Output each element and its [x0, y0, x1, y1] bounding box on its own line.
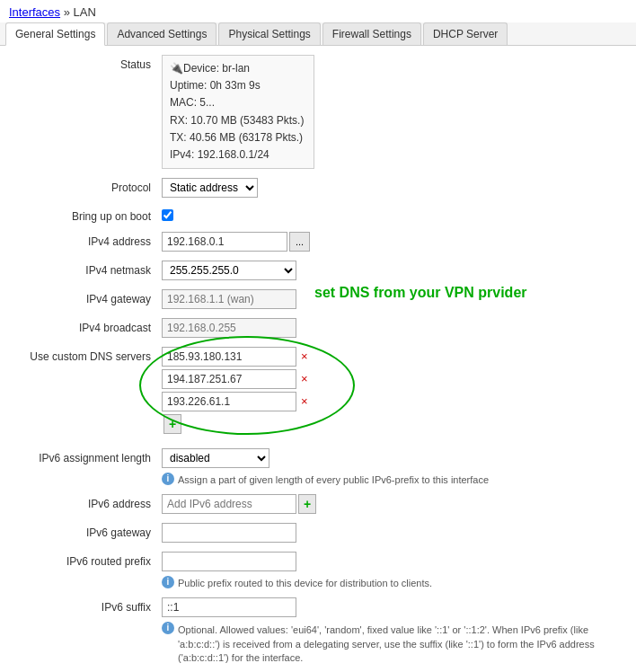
ipv4-netmask-label: IPv4 netmask [18, 261, 162, 277]
ipv4-broadcast-field [162, 318, 296, 338]
main-content: Status 🔌Device: br-lan Uptime: 0h 33m 9s… [0, 46, 636, 672]
ipv4-gateway-label: IPv4 gateway [18, 289, 162, 305]
ipv6-address-row: IPv6 address + [18, 494, 618, 514]
protocol-row: Protocol Static address [18, 178, 618, 198]
ipv6-routed-field [162, 552, 296, 571]
ipv4-netmask-select[interactable]: 255.255.255.0 [162, 261, 296, 280]
ipv6-suffix-row: IPv6 suffix i Optional. Allowed values: … [18, 597, 618, 665]
ipv4-gateway-row: IPv4 gateway set DNS from your VPN prvid… [18, 289, 618, 309]
ipv6-address-label: IPv6 address [18, 494, 162, 510]
mac-text: MAC: 5... [170, 94, 306, 111]
dns-remove-2-button[interactable]: × [298, 369, 311, 389]
ipv4-broadcast-label: IPv4 broadcast [18, 318, 162, 334]
tab-bar: General Settings Advanced Settings Physi… [0, 22, 636, 46]
protocol-label: Protocol [18, 178, 162, 194]
ipv4-broadcast-row: IPv4 broadcast [18, 318, 618, 338]
dns-entry-1: × [162, 347, 311, 367]
status-label: Status [18, 55, 162, 71]
ipv6-routed-help: i Public prefix routed to this device fo… [162, 576, 432, 588]
dns-entry-3: × [162, 392, 311, 411]
dns-input-2[interactable] [162, 369, 296, 389]
ipv4-netmask-row: IPv4 netmask 255.255.255.0 [18, 261, 618, 280]
protocol-select[interactable]: Static address [162, 178, 258, 198]
ipv6-assignment-label: IPv6 assignment length [18, 448, 162, 464]
tx-text: TX: 40.56 MB (63178 Pkts.) [170, 129, 306, 146]
ipv6-routed-label: IPv6 routed prefix [18, 552, 162, 568]
ipv6-assignment-row: IPv6 assignment length disabled i Assign… [18, 448, 618, 485]
status-field: 🔌Device: br-lan Uptime: 0h 33m 9s MAC: 5… [162, 55, 314, 169]
ipv6-routed-help-text: Public prefix routed to this device for … [178, 578, 432, 588]
ipv6-address-field: + [162, 494, 316, 514]
bring-up-checkbox[interactable] [162, 209, 173, 221]
ipv4-broadcast-input[interactable] [162, 318, 296, 338]
ipv6-assignment-help: i Assign a part of given length of every… [162, 473, 489, 485]
dns-input-1[interactable] [162, 347, 296, 367]
breadcrumb: Interfaces » LAN [0, 0, 636, 22]
vpn-note: set DNS from your VPN prvider [314, 285, 527, 301]
ipv6-gateway-field [162, 523, 296, 543]
status-box: 🔌Device: br-lan Uptime: 0h 33m 9s MAC: 5… [162, 55, 314, 169]
ipv6-suffix-help-text: Optional. Allowed values: 'eui64', 'rand… [178, 623, 609, 665]
dns-input-3[interactable] [162, 392, 296, 411]
ipv6-gateway-input[interactable] [162, 523, 296, 543]
breadcrumb-parent[interactable]: Interfaces [9, 5, 60, 19]
ipv6-address-add-button[interactable]: + [298, 494, 316, 514]
tab-physical-settings[interactable]: Physical Settings [218, 22, 320, 45]
ipv4-address-input[interactable] [162, 232, 287, 252]
custom-dns-row: Use custom DNS servers × × × + [18, 347, 618, 434]
ipv4-address-label: IPv4 address [18, 232, 162, 248]
ipv6-suffix-input[interactable] [162, 597, 296, 617]
ipv4-gateway-field [162, 289, 296, 309]
ipv6-assignment-select[interactable]: disabled [162, 448, 269, 468]
tab-firewall-settings[interactable]: Firewall Settings [322, 22, 421, 45]
ipv6-routed-row: IPv6 routed prefix i Public prefix route… [18, 552, 618, 588]
ipv4-address-row: IPv4 address ... [18, 232, 618, 252]
dns-remove-3-button[interactable]: × [298, 392, 311, 411]
bring-up-field [162, 207, 173, 221]
tab-advanced-settings[interactable]: Advanced Settings [107, 22, 216, 45]
help-icon-3: i [162, 622, 174, 634]
bring-up-row: Bring up on boot [18, 207, 618, 223]
ipv6-routed-input[interactable] [162, 552, 296, 571]
uptime-text: Uptime: 0h 33m 9s [170, 77, 306, 94]
protocol-field: Static address [162, 178, 258, 198]
dns-entry-2: × [162, 369, 311, 389]
ipv6-address-input[interactable] [162, 494, 296, 514]
ipv6-suffix-help: i Optional. Allowed values: 'eui64', 'ra… [162, 622, 609, 665]
ipv4-status-text: IPv4: 192.168.0.1/24 [170, 146, 306, 164]
ipv4-netmask-field: 255.255.255.0 [162, 261, 296, 280]
custom-dns-field: × × × + [162, 347, 311, 434]
help-icon-2: i [162, 576, 174, 588]
dns-add-row: + [162, 414, 181, 434]
ipv6-suffix-field [162, 597, 296, 617]
tab-general-settings[interactable]: General Settings [5, 22, 105, 46]
dns-add-button[interactable]: + [163, 414, 181, 434]
ipv4-address-field: ... [162, 232, 310, 252]
tab-dhcp-server[interactable]: DHCP Server [423, 22, 508, 45]
ipv6-assignment-help-text: Assign a part of given length of every p… [178, 474, 489, 485]
ipv6-gateway-label: IPv6 gateway [18, 523, 162, 539]
ipv6-gateway-row: IPv6 gateway [18, 523, 618, 543]
ipv4-gateway-input[interactable] [162, 289, 296, 309]
ipv6-suffix-label: IPv6 suffix [18, 597, 162, 614]
breadcrumb-current: LAN [74, 5, 96, 19]
custom-dns-label: Use custom DNS servers [18, 347, 162, 363]
help-icon-1: i [162, 473, 174, 485]
device-icon: 🔌 [170, 62, 183, 75]
ipv6-assignment-field: disabled [162, 448, 269, 468]
bring-up-label: Bring up on boot [18, 207, 162, 223]
status-row: Status 🔌Device: br-lan Uptime: 0h 33m 9s… [18, 55, 618, 169]
ipv4-address-dots-button[interactable]: ... [289, 232, 310, 252]
rx-text: RX: 10.70 MB (53483 Pkts.) [170, 112, 306, 129]
dns-remove-1-button[interactable]: × [298, 347, 311, 367]
